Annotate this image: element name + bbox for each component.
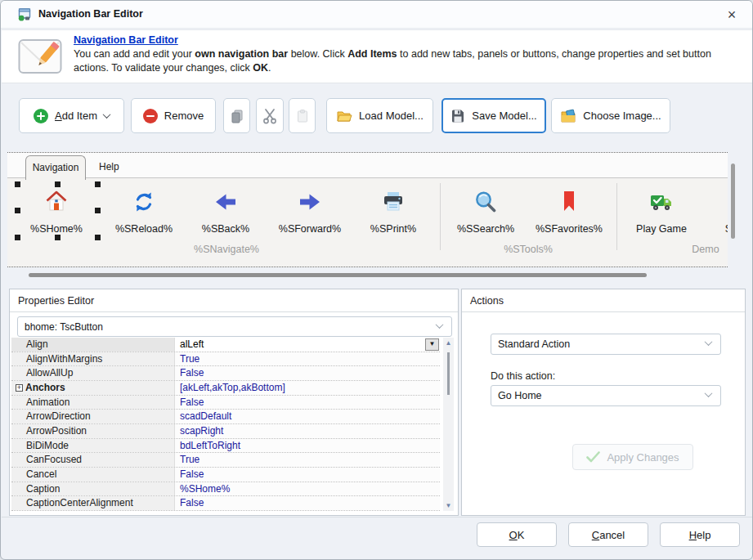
property-name-cell: AlignWithMargins (11, 352, 175, 366)
scroll-down-icon[interactable] (443, 500, 454, 511)
copy-button[interactable] (223, 98, 250, 133)
apply-changes-button[interactable]: Apply Changes (572, 444, 693, 470)
property-value-cell[interactable]: scadDefault (175, 410, 440, 423)
copy-icon (229, 108, 245, 124)
property-name: CanFocused (26, 453, 82, 467)
object-selector-value: bhome: TscButton (25, 321, 103, 333)
add-item-button[interactable]: Add Item (19, 98, 124, 133)
property-row[interactable]: Cancel False (11, 468, 440, 482)
property-value-cell[interactable]: False (175, 396, 440, 410)
ok-button[interactable]: OK (477, 522, 557, 547)
tab-strip: Navigation Help (7, 152, 728, 178)
truck-icon (648, 189, 675, 215)
horizontal-scrollbar-thumb[interactable] (29, 273, 647, 277)
property-value: scapRight (180, 425, 223, 437)
header-description: You can add and edit your own navigation… (74, 47, 729, 74)
back-arrow-icon (213, 189, 239, 215)
property-row[interactable]: CanFocused True (11, 453, 440, 468)
header-title-link[interactable]: Navigation Bar Editor (74, 34, 178, 46)
object-selector[interactable]: bhome: TscButton (17, 316, 452, 337)
property-name: Animation (26, 396, 69, 410)
property-value-cell[interactable]: True (175, 453, 440, 467)
property-name-cell: CaptionCenterAlignment (11, 496, 175, 510)
tab-navigation[interactable]: Navigation (25, 155, 86, 180)
property-value-cell[interactable]: [akLeft,akTop,akBottom] (175, 381, 440, 395)
action-value: Go Home (498, 390, 542, 401)
printer-icon (380, 189, 406, 215)
grid-scrollbar[interactable] (443, 338, 454, 511)
property-value-cell[interactable]: alLeft (175, 338, 440, 352)
remove-button[interactable]: Remove (131, 98, 216, 133)
save-model-button[interactable]: Save Model... (441, 98, 546, 133)
property-name-cell: CanFocused (11, 453, 175, 467)
save-icon (450, 109, 465, 123)
property-name-cell: Animation (11, 396, 175, 410)
help-label: Help (689, 529, 711, 541)
navbar-preview-strip: %SHome% %SReload% %SBack% (7, 178, 728, 267)
cancel-button[interactable]: Cancel (568, 522, 648, 547)
choose-image-label: Choose Image... (583, 110, 661, 122)
titlebar: Navigation Bar Editor (1, 1, 752, 29)
property-value: False (180, 468, 204, 480)
home-icon (43, 189, 69, 215)
action-type-value: Standard Action (498, 338, 570, 350)
choose-image-button[interactable]: Choose Image... (551, 98, 670, 133)
cut-icon (261, 107, 279, 125)
property-row[interactable]: Caption %SHome% (11, 482, 440, 497)
property-name: Cancel (26, 468, 56, 482)
expand-icon[interactable] (16, 384, 23, 392)
dropdown-button[interactable] (425, 338, 439, 351)
property-name: ArrowDirection (26, 410, 91, 423)
navbar-editor-icon (18, 38, 62, 77)
property-row[interactable]: CaptionCenterAlignment False (11, 496, 440, 511)
description-segment: own navigation bar (195, 48, 288, 60)
load-model-label: Load Model... (359, 110, 424, 122)
grid-scrollbar-thumb[interactable] (447, 352, 450, 395)
property-row[interactable]: ArrowDirection scadDefault (11, 410, 440, 424)
property-name-cell: Cancel (11, 468, 175, 482)
property-value-cell[interactable]: False (175, 366, 440, 380)
property-value-cell[interactable]: %SHome% (175, 482, 440, 496)
group-label-tools: %STools% (446, 244, 610, 255)
property-value-cell[interactable]: False (175, 468, 440, 482)
plus-icon (34, 109, 48, 123)
minus-icon (143, 109, 158, 123)
description-segment: Add Items (347, 48, 397, 60)
paste-button[interactable] (289, 98, 316, 133)
property-name-cell: Align (11, 338, 175, 352)
apply-changes-label: Apply Changes (607, 451, 679, 464)
horizontal-scrollbar[interactable] (7, 267, 728, 283)
property-value-cell[interactable]: True (175, 352, 440, 366)
property-row[interactable]: Align alLeft (11, 338, 440, 352)
property-name: BiDiMode (26, 439, 69, 453)
cut-button[interactable] (256, 98, 284, 133)
property-value-cell[interactable]: False (175, 496, 440, 510)
nav-item-home[interactable]: %SHome% (20, 178, 93, 267)
property-row[interactable]: AlignWithMargins True (11, 352, 440, 367)
property-row[interactable]: BiDiMode bdLeftToRight (11, 439, 440, 454)
property-row[interactable]: Animation False (11, 396, 440, 410)
property-name: Align (26, 338, 48, 352)
property-value: [akLeft,akTop,akBottom] (180, 382, 285, 393)
action-select[interactable]: Go Home (491, 385, 721, 406)
help-button[interactable]: Help (660, 522, 740, 547)
ok-label: OK (509, 529, 525, 541)
tab-help[interactable]: Help (89, 159, 129, 175)
close-button[interactable] (720, 5, 743, 25)
vertical-scrollbar-thumb[interactable] (731, 164, 735, 239)
nav-item-print[interactable]: %SPrint% (356, 178, 430, 267)
property-value-cell[interactable]: scapRight (175, 424, 440, 438)
action-type-select[interactable]: Standard Action (491, 334, 721, 355)
actions-title: Actions (462, 289, 745, 312)
property-row[interactable]: Anchors [akLeft,akTop,akBottom] (11, 381, 440, 396)
property-name: Anchors (25, 381, 65, 395)
property-row[interactable]: AllowAllUp False (11, 366, 440, 381)
property-value-cell[interactable]: bdLeftToRight (175, 439, 440, 453)
actions-panel: Actions Standard Action Do this action: … (461, 289, 746, 516)
property-row[interactable]: ArrowPosition scapRight (11, 424, 440, 439)
property-value: alLeft (180, 338, 204, 350)
bookmark-icon (556, 189, 582, 215)
navigation-bar-editor-dialog: Navigation Bar Editor Navigation Bar Edi… (0, 0, 753, 560)
load-model-button[interactable]: Load Model... (326, 98, 433, 133)
scroll-up-icon[interactable] (443, 338, 454, 348)
